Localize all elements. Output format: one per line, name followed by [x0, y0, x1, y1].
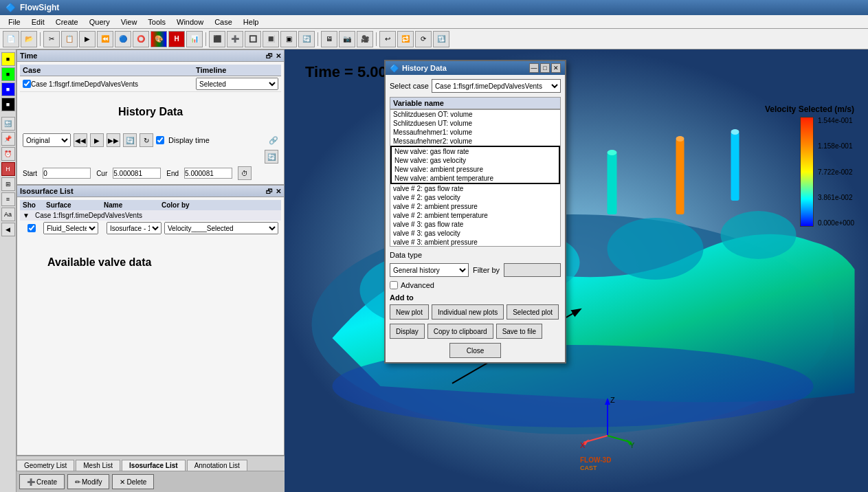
icon-grid[interactable]: ⊞	[1, 177, 15, 191]
iso-panel-restore[interactable]: 🗗	[266, 188, 273, 195]
icon-nav4[interactable]: ◀	[1, 223, 15, 236]
icon-history[interactable]: H	[1, 162, 15, 176]
icon-black[interactable]: ■	[1, 98, 15, 111]
toolbar-open[interactable]: 📂	[21, 31, 37, 47]
var-item-6[interactable]: New valve: ambient pressure	[392, 165, 559, 174]
start-input[interactable]	[43, 168, 91, 179]
var-item-3[interactable]: Messaufnehmer2: volume	[390, 137, 560, 146]
menu-file[interactable]: File	[3, 16, 26, 27]
play-loop[interactable]: 🔄	[123, 133, 137, 147]
iso-color-select[interactable]: Velocity____Selected	[164, 222, 278, 234]
toolbar-b10[interactable]: 🔳	[263, 31, 279, 47]
menu-edit[interactable]: Edit	[26, 16, 50, 27]
toolbar-b8[interactable]: ➕	[227, 31, 243, 47]
cur-input[interactable]	[113, 168, 161, 179]
var-item-11[interactable]: valve # 2: ambient temperature	[390, 211, 560, 220]
toolbar-b18[interactable]: ⟳	[415, 31, 432, 47]
toolbar-hist[interactable]: H	[168, 31, 185, 47]
toolbar-b6[interactable]: 📊	[186, 31, 203, 47]
iso-case-expand[interactable]: ▼	[23, 212, 30, 219]
copy-clipboard-btn[interactable]: Copy to clipboard	[427, 324, 493, 339]
dialog-maximize[interactable]: □	[540, 63, 550, 73]
select-case-combo[interactable]: Case 1:flsgrf.timeDepdValvesVents	[432, 79, 561, 93]
icon-nav2[interactable]: 📌	[1, 132, 15, 146]
var-item-12[interactable]: valve # 3: gas flow rate	[390, 220, 560, 229]
toolbar-b1[interactable]: ▶	[79, 31, 96, 47]
toolbar-copy[interactable]: 📋	[61, 31, 78, 47]
iso-panel-close[interactable]: ✕	[276, 188, 281, 195]
icon-nav1[interactable]: 🔙	[1, 117, 15, 131]
var-item-selected-group[interactable]: New valve: gas flow rate New valve: gas …	[390, 146, 560, 184]
var-item-1[interactable]: Schlitzduesen UT: volume	[390, 119, 560, 128]
time-panel-restore[interactable]: 🗗	[266, 52, 273, 60]
create-btn[interactable]: ➕ Create	[19, 474, 65, 489]
toolbar-b17[interactable]: 🔁	[397, 31, 414, 47]
new-plot-btn[interactable]: New plot	[390, 304, 429, 320]
data-type-combo[interactable]: General history	[390, 263, 469, 277]
individual-plots-btn[interactable]: Individual new plots	[432, 304, 504, 320]
var-item-4[interactable]: New valve: gas flow rate	[392, 147, 559, 156]
menu-query[interactable]: Query	[84, 16, 115, 27]
end-input[interactable]	[184, 168, 232, 179]
tab-annotation[interactable]: Annotation List	[187, 460, 247, 471]
toolbar-b14[interactable]: 📷	[339, 31, 355, 47]
toolbar-b13[interactable]: 🖥	[321, 31, 337, 47]
toolbar-new[interactable]: 📄	[3, 31, 19, 47]
toolbar-b2[interactable]: ⏪	[97, 31, 113, 47]
time-panel-close[interactable]: ✕	[276, 52, 281, 60]
iso-surface-select[interactable]: Fluid_Selecte	[43, 222, 98, 234]
menu-view[interactable]: View	[115, 16, 143, 27]
toolbar-b12[interactable]: 🔄	[298, 31, 315, 47]
selected-plot-btn[interactable]: Selected plot	[507, 304, 559, 320]
menu-case[interactable]: Case	[209, 16, 238, 27]
icon-green[interactable]: ■	[1, 67, 15, 81]
playback-mode-select[interactable]: Original	[23, 133, 71, 147]
case-checkbox[interactable]	[23, 80, 31, 88]
toolbar-b4[interactable]: ⭕	[133, 31, 149, 47]
play-next[interactable]: ▶▶	[107, 133, 120, 147]
toolbar-b3[interactable]: 🔵	[115, 31, 131, 47]
var-item-10[interactable]: valve # 2: ambient pressure	[390, 202, 560, 211]
refresh-btn[interactable]: 🔄	[265, 150, 278, 164]
delete-btn[interactable]: ✕ Delete	[112, 474, 154, 489]
menu-window[interactable]: Window	[171, 16, 209, 27]
var-item-9[interactable]: valve # 2: gas velocity	[390, 193, 560, 202]
var-item-0[interactable]: Schlitzduesen OT: volume	[390, 110, 560, 119]
var-item-14[interactable]: valve # 3: ambient pressure	[390, 238, 560, 247]
toolbar-b11[interactable]: ▣	[280, 31, 297, 47]
var-item-7[interactable]: New valve: ambient temperature	[392, 174, 559, 183]
filter-by-btn[interactable]	[504, 263, 561, 277]
icon-nav3[interactable]: ⏰	[1, 147, 15, 161]
toolbar-b15[interactable]: 🎥	[357, 31, 373, 47]
display-time-checkbox[interactable]	[156, 136, 164, 144]
toolbar-b16[interactable]: ↩	[379, 31, 396, 47]
toolbar-cut[interactable]: ✂	[43, 31, 60, 47]
iso-visible-checkbox[interactable]	[23, 224, 41, 232]
var-item-8[interactable]: valve # 2: gas flow rate	[390, 184, 560, 193]
link-icon[interactable]: 🔗	[269, 136, 278, 145]
tab-geometry[interactable]: Geometry List	[16, 460, 74, 471]
display-btn[interactable]: Display	[390, 324, 425, 339]
icon-blue[interactable]: ■	[1, 82, 15, 96]
tab-isosurface[interactable]: Isosurface List	[122, 460, 186, 471]
close-btn[interactable]: Close	[449, 343, 502, 358]
tab-mesh[interactable]: Mesh List	[76, 460, 120, 471]
var-list[interactable]: Schlitzduesen OT: volume Schlitzduesen U…	[390, 109, 561, 247]
toolbar-b19[interactable]: 🔃	[433, 31, 449, 47]
set-time-btn[interactable]: ⏱	[238, 166, 252, 180]
menu-tools[interactable]: Tools	[142, 16, 171, 27]
icon-text[interactable]: Aa	[1, 208, 15, 221]
advanced-checkbox[interactable]	[390, 281, 398, 289]
toolbar-b9[interactable]: 🔲	[245, 31, 261, 47]
icon-colors[interactable]: ■	[1, 52, 15, 66]
var-item-2[interactable]: Messaufnehmer1: volume	[390, 128, 560, 137]
var-item-13[interactable]: valve # 3: gas velocity	[390, 229, 560, 238]
var-item-5[interactable]: New valve: gas velocity	[392, 156, 559, 165]
play-loop2[interactable]: ↻	[140, 133, 153, 147]
toolbar-b7[interactable]: ⬛	[209, 31, 225, 47]
iso-name-select[interactable]: Isosurface - 1	[107, 222, 162, 234]
timeline-select[interactable]: Selected	[196, 78, 278, 90]
save-file-btn[interactable]: Save to file	[496, 324, 542, 339]
menu-create[interactable]: Create	[50, 16, 84, 27]
play-btn[interactable]: ▶	[90, 133, 104, 147]
